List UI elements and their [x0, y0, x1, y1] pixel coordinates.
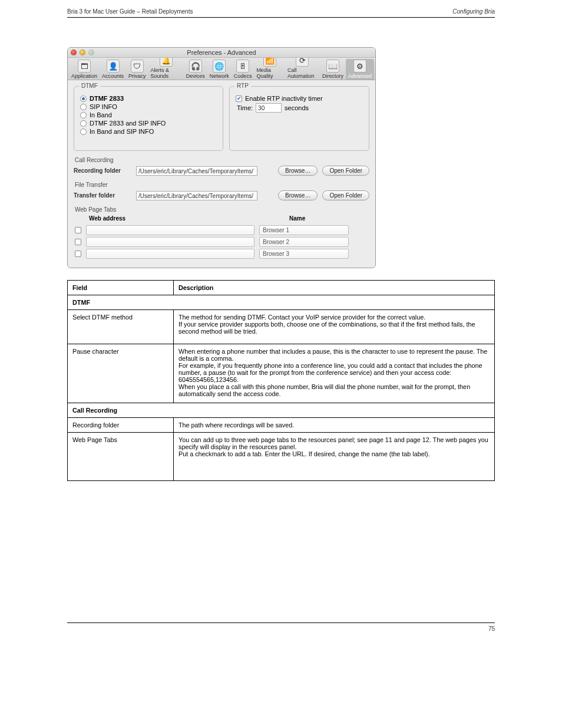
web-address-input[interactable]	[86, 225, 254, 235]
dtmf-group: DTMF DTMF 2833 SIP INFO In Band DTMF 283…	[74, 86, 223, 151]
rtp-time-input[interactable]: 30	[256, 103, 282, 113]
row-checkbox[interactable]	[75, 239, 81, 245]
web-address-header: Web address	[89, 215, 260, 222]
transfer-browse-button[interactable]: Browse…	[278, 190, 318, 200]
name-input[interactable]: Browser 3	[259, 249, 349, 259]
dtmf-legend: DTMF	[79, 83, 100, 89]
radio-sip-info[interactable]: SIP INFO	[80, 103, 217, 110]
privacy-icon: 🛡	[131, 60, 144, 73]
recording-folder-path[interactable]: /Users/eric/Library/Caches/TemporaryItem…	[136, 166, 257, 176]
web-page-tabs-legend: Web Page Tabs	[75, 206, 369, 213]
advanced-icon: ⚙	[353, 60, 366, 73]
call-recording-section: Call Recording	[68, 403, 495, 418]
radio-icon	[80, 112, 87, 118]
file-transfer-legend: File Transfer	[75, 182, 369, 188]
field-cell: Web Page Tabs	[68, 433, 174, 481]
dtmf-section: DTMF	[68, 295, 495, 310]
radio-icon	[80, 120, 87, 127]
window-title: Preferences - Advanced	[187, 49, 256, 56]
tab-network[interactable]: 🌐Network	[207, 59, 232, 80]
seconds-label: seconds	[285, 104, 309, 111]
field-cell: Recording folder	[68, 418, 174, 433]
transfer-folder-path[interactable]: /Users/eric/Library/Caches/TemporaryItem…	[136, 191, 257, 200]
radio-icon	[80, 129, 87, 135]
web-address-input[interactable]	[86, 237, 254, 247]
accounts-icon: 👤	[107, 60, 120, 73]
tab-application[interactable]: 🗔Application	[69, 59, 100, 80]
radio-dtmf-2833[interactable]: DTMF 2833	[80, 95, 217, 102]
name-header: Name	[289, 215, 305, 222]
description-table: Field Description DTMF Select DTMF metho…	[67, 280, 495, 481]
description-header: Description	[174, 281, 495, 295]
table-row: Browser 2	[74, 237, 369, 247]
recording-open-button[interactable]: Open Folder	[322, 166, 369, 176]
web-address-input[interactable]	[86, 249, 254, 259]
page-number: 75	[488, 625, 495, 632]
row-checkbox[interactable]	[75, 251, 81, 257]
rtp-legend: RTP	[234, 83, 251, 89]
desc-cell: When entering a phone number that includ…	[174, 344, 495, 403]
tab-directory[interactable]: 📖Directory	[320, 59, 346, 80]
radio-dtmf-sip[interactable]: DTMF 2833 and SIP INFO	[80, 120, 217, 127]
minimize-icon[interactable]	[80, 50, 85, 55]
transfer-open-button[interactable]: Open Folder	[322, 190, 369, 200]
titlebar: Preferences - Advanced	[68, 48, 375, 58]
radio-icon	[80, 104, 87, 110]
field-header: Field	[68, 281, 174, 295]
enable-rtp-checkbox[interactable]: ✔Enable RTP inactivity timer	[236, 95, 363, 102]
desc-cell: The path where recordings will be saved.	[174, 418, 495, 433]
tab-privacy[interactable]: 🛡Privacy	[126, 59, 148, 80]
row-checkbox[interactable]	[75, 227, 81, 233]
rtp-group: RTP ✔Enable RTP inactivity timer Time: 3…	[229, 86, 369, 151]
header-right: Configuring Bria	[452, 8, 495, 15]
name-input[interactable]: Browser 1	[259, 225, 349, 235]
call-recording-legend: Call Recording	[75, 157, 369, 163]
network-icon: 🌐	[213, 60, 226, 73]
application-icon: 🗔	[78, 60, 91, 73]
tab-advanced[interactable]: ⚙Advanced	[346, 59, 374, 80]
directory-icon: 📖	[326, 60, 339, 73]
toolbar: 🗔Application 👤Accounts 🛡Privacy 🔔Alerts …	[68, 58, 375, 80]
close-icon[interactable]	[71, 50, 77, 55]
field-cell: Select DTMF method	[68, 310, 174, 344]
recording-folder-label: Recording folder	[74, 167, 131, 174]
checkbox-icon: ✔	[236, 95, 242, 102]
time-label: Time:	[237, 104, 253, 111]
table-row: Browser 1	[74, 225, 369, 235]
radio-in-band[interactable]: In Band	[80, 111, 217, 118]
preferences-window: Preferences - Advanced 🗔Application 👤Acc…	[67, 47, 376, 268]
recording-browse-button[interactable]: Browse…	[278, 166, 318, 176]
name-input[interactable]: Browser 2	[259, 237, 349, 247]
radio-inband-sip[interactable]: In Band and SIP INFO	[80, 128, 217, 135]
tab-accounts[interactable]: 👤Accounts	[100, 59, 126, 80]
table-row: Browser 3	[74, 249, 369, 259]
zoom-icon[interactable]	[88, 50, 94, 55]
radio-icon	[80, 95, 87, 102]
codecs-icon: 🎚	[236, 60, 249, 73]
header-left: Bria 3 for Mac User Guide – Retail Deplo…	[67, 8, 193, 15]
tab-codecs[interactable]: 🎚Codecs	[232, 59, 254, 80]
tab-devices[interactable]: 🎧Devices	[184, 59, 207, 80]
transfer-folder-label: Transfer folder	[74, 192, 131, 199]
devices-icon: 🎧	[189, 60, 202, 73]
desc-cell: You can add up to three web page tabs to…	[174, 433, 495, 481]
desc-cell: The method for sending DTMF. Contact you…	[174, 310, 495, 344]
field-cell: Pause character	[68, 344, 174, 403]
